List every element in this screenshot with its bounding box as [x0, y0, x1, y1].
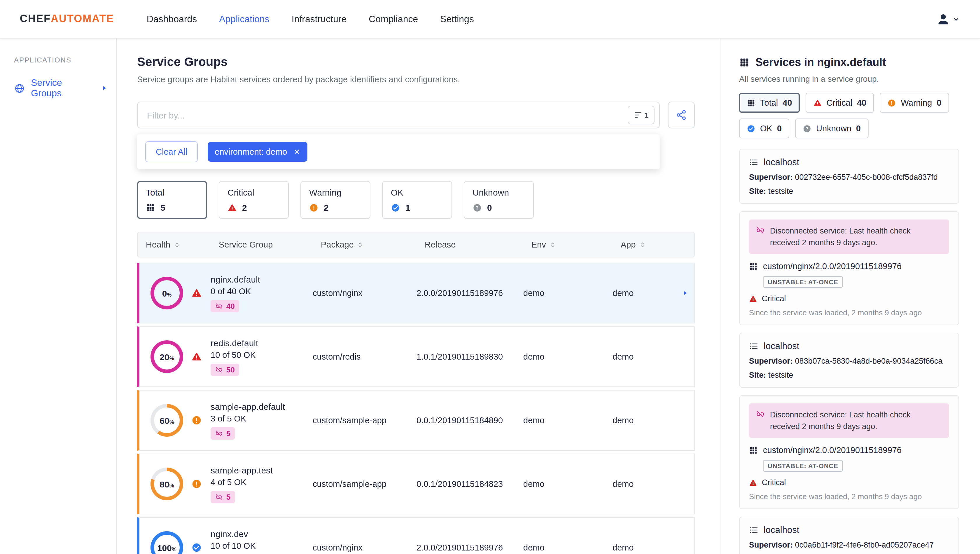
status-card-unknown[interactable]: Unknown 0 [464, 181, 534, 219]
nav-dashboards[interactable]: Dashboards [147, 14, 197, 24]
critical-icon [191, 288, 202, 298]
nav-applications[interactable]: Applications [219, 14, 269, 24]
service-group-cell: sample-app.test 4 of 5 OK 5 [211, 465, 313, 503]
user-menu[interactable] [936, 12, 960, 26]
sidebar: APPLICATIONS Service Groups [0, 38, 117, 554]
unknown-icon [803, 124, 811, 133]
service-health-line: Critical [749, 294, 949, 303]
panel-filter-unknown[interactable]: Unknown0 [795, 118, 868, 138]
env-cell: demo [523, 416, 612, 425]
sort-icon [639, 241, 646, 248]
supervisor-line: Supervisor: 083b07ca-5830-4a8d-be0a-9034… [749, 357, 949, 366]
release-cell: 0.0.1/20190115184890 [417, 416, 523, 425]
service-health-line: Critical [749, 478, 949, 487]
disconnected-count-badge: 40 [211, 300, 239, 312]
status-card-warning[interactable]: Warning 2 [301, 181, 371, 219]
update-strategy-badge: UNSTABLE: AT-ONCE [763, 460, 843, 472]
services-icon [739, 57, 749, 68]
table-row-redis-default[interactable]: 20% redis.default 10 of 50 OK 50 custom/… [137, 326, 695, 387]
service-group-name: sample-app.test [211, 465, 313, 475]
remove-chip-icon[interactable] [293, 148, 301, 155]
page-title: Service Groups [137, 55, 695, 69]
table-row-sample-app-default[interactable]: 60% sample-app.default 3 of 5 OK 5 custo… [137, 390, 695, 451]
column-header-health[interactable]: Health [146, 240, 219, 249]
column-header-app[interactable]: App [620, 240, 694, 249]
main-content: Service Groups Service groups are Habita… [117, 38, 720, 554]
package-cell: custom/nginx [313, 288, 417, 298]
top-nav: CHEFAUTOMATE Dashboards Applications Inf… [0, 0, 980, 38]
nav-settings[interactable]: Settings [440, 14, 474, 24]
critical-icon [191, 351, 202, 362]
list-icon [749, 526, 758, 535]
service-group-cell: sample-app.default 3 of 5 OK 5 [211, 401, 313, 439]
list-icon [749, 342, 758, 351]
app-cell: demo [612, 416, 694, 425]
status-card-count: 2 [324, 203, 329, 212]
release-cell: 1.0.1/20190115189830 [417, 352, 523, 361]
table-row-nginx-dev[interactable]: 100% nginx.dev 10 of 10 OK 10 custom/ngi… [137, 517, 695, 554]
env-cell: demo [523, 288, 612, 298]
panel-subtitle: All services running in a service group. [739, 74, 959, 83]
service-group-cell: redis.default 10 of 50 OK 50 [211, 338, 313, 376]
filter-input-wrap: 1 [137, 102, 660, 128]
column-header-package[interactable]: Package [321, 240, 425, 249]
health-ring: 60% [151, 404, 183, 437]
ok-icon [191, 542, 202, 553]
link-off-icon [756, 226, 765, 235]
brand-logo[interactable]: CHEFAUTOMATE [20, 13, 114, 25]
services-icon [749, 446, 758, 455]
panel-filter-total[interactable]: Total40 [739, 93, 800, 113]
panel-filter-ok[interactable]: OK0 [739, 118, 789, 138]
package-cell: custom/sample-app [313, 416, 417, 425]
warning-icon [309, 203, 318, 212]
disconnected-count-badge: 50 [211, 363, 239, 376]
column-header-env[interactable]: Env [531, 240, 620, 249]
service-since-text: Since the service was loaded, 2 months 9… [749, 492, 949, 501]
filter-toggle-button[interactable]: 1 [628, 106, 654, 125]
nav-compliance[interactable]: Compliance [369, 14, 418, 24]
table-row-nginx-default[interactable]: 0% nginx.default 0 of 40 OK 40 custom/ng… [137, 263, 695, 323]
health-ring: 0% [151, 277, 183, 310]
services-icon [749, 262, 758, 271]
host-line: localhost [749, 525, 949, 536]
service-card: Disconnected service: Last health check … [739, 395, 959, 509]
ok-count-text: 0 of 40 OK [211, 286, 313, 296]
filter-input[interactable] [138, 110, 628, 120]
clear-all-button[interactable]: Clear All [145, 141, 198, 162]
filter-chip-environment-demo[interactable]: environment: demo [208, 142, 307, 162]
filter-icon [633, 110, 643, 120]
share-button[interactable] [668, 102, 695, 128]
critical-icon [749, 294, 757, 303]
status-card-critical[interactable]: Critical 2 [219, 181, 289, 219]
service-group-cell: nginx.dev 10 of 10 OK 10 [211, 528, 313, 554]
sidebar-item-service-groups[interactable]: Service Groups [0, 74, 116, 102]
service-since-text: Since the service was loaded, 2 months 9… [749, 308, 949, 317]
status-card-total[interactable]: Total 5 [137, 181, 207, 219]
service-groups-table: Health Service Group Package Release Env… [137, 232, 695, 554]
app-cell: demo [612, 543, 694, 552]
host-card: localhost Supervisor: 0c0a6b1f-f9f2-4fe6… [739, 517, 959, 554]
link-off-icon [215, 302, 223, 310]
panel-title: Services in nginx.default [739, 56, 959, 69]
disconnected-notice: Disconnected service: Last health check … [749, 403, 949, 438]
status-card-ok[interactable]: OK 1 [382, 181, 452, 219]
panel-filter-warning[interactable]: Warning0 [880, 93, 949, 113]
nav-infrastructure[interactable]: Infrastructure [292, 14, 347, 24]
status-card-count: 1 [406, 203, 410, 212]
health-cell: 60% [139, 404, 211, 437]
site-line: Site: testsite [749, 187, 949, 196]
critical-icon [228, 203, 237, 212]
status-card-count: 2 [242, 203, 247, 212]
ok-count-text: 4 of 5 OK [211, 477, 313, 487]
panel-filter-critical[interactable]: Critical40 [806, 93, 874, 113]
chevron-down-icon [952, 15, 960, 23]
service-group-cell: nginx.default 0 of 40 OK 40 [211, 274, 313, 312]
status-filter-cards: Total 5 Critical 2 Warning 2 OK 1 Unknow… [137, 181, 695, 219]
critical-icon [749, 479, 757, 487]
brand-chef: CHEF [20, 13, 51, 25]
host-line: localhost [749, 341, 949, 351]
table-row-sample-app-test[interactable]: 80% sample-app.test 4 of 5 OK 5 custom/s… [137, 453, 695, 514]
service-group-name: nginx.default [211, 274, 313, 284]
status-card-count: 0 [487, 203, 492, 212]
link-off-icon [756, 410, 765, 418]
